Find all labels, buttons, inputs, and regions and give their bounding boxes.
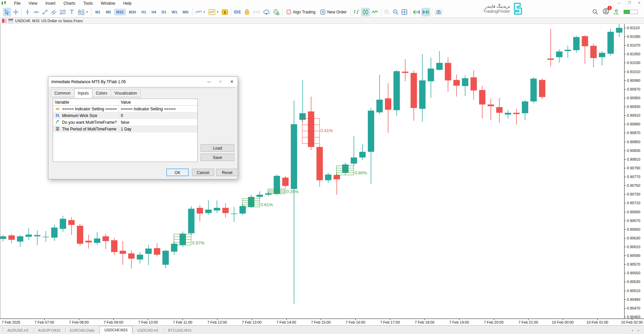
price-label: 0.90950 bbox=[627, 96, 640, 100]
candle-48 bbox=[411, 70, 417, 121]
variable-value[interactable]: ===== Indicator Setting ===== bbox=[119, 107, 197, 111]
signal-button[interactable] bbox=[252, 8, 261, 16]
variable-value[interactable]: false bbox=[119, 120, 197, 125]
profile-button[interactable]: 1 bbox=[603, 8, 609, 16]
table-row[interactable]: The Period of MultiTimeFrame1 Day bbox=[53, 126, 197, 132]
cursor-icon bbox=[4, 9, 10, 15]
menu-tools[interactable]: Tools bbox=[80, 0, 97, 6]
equidistant-button[interactable] bbox=[58, 8, 67, 16]
dialog-tab-colors[interactable]: Colors bbox=[92, 89, 111, 97]
table-row[interactable]: ab===== Indicator Setting ========== Ind… bbox=[53, 106, 197, 112]
cancel-button[interactable]: Cancel bbox=[192, 169, 214, 176]
line-chart-type-button[interactable]: ▼ bbox=[194, 8, 206, 16]
ide-button[interactable]: IDE bbox=[233, 8, 242, 16]
dialog-close-button[interactable]: ✕ bbox=[226, 77, 238, 87]
timeframe-m5[interactable]: M5 bbox=[103, 9, 113, 15]
level-indicator[interactable]: LVL bbox=[614, 9, 619, 15]
timeframe-m30[interactable]: M30 bbox=[127, 9, 138, 15]
dollar-button[interactable]: $ bbox=[220, 8, 229, 16]
tab-scroll-arrows[interactable]: ◂ ▸ bbox=[631, 329, 641, 332]
search-icon[interactable] bbox=[592, 9, 598, 15]
dialog-maximize-button[interactable]: □ bbox=[215, 77, 226, 87]
menu-file[interactable]: File bbox=[10, 0, 24, 6]
new-order-button[interactable]: New Order bbox=[318, 8, 349, 16]
chart-tab-audusd[interactable]: AUDUSD,H1 bbox=[3, 327, 34, 334]
template-button[interactable]: ▼ bbox=[207, 8, 220, 16]
mt5-logo-icon bbox=[1, 1, 7, 5]
dialog-title-bar[interactable]: Immediate Rebalance MT5 By TFlab 1.05 — … bbox=[48, 77, 238, 87]
timeframe-mn[interactable]: MN bbox=[180, 9, 191, 15]
rebalance-zone-0.25%: 0.25% bbox=[268, 189, 299, 194]
tile-windows-icon bbox=[401, 9, 407, 15]
zoomout-button[interactable] bbox=[392, 8, 400, 16]
cloud-icon bbox=[263, 9, 270, 15]
dialog-minimize-button[interactable]: — bbox=[203, 77, 215, 87]
tile-windows-button[interactable] bbox=[400, 8, 408, 16]
save-button[interactable]: Save bbox=[201, 154, 234, 161]
column-header-value: Value bbox=[119, 100, 197, 105]
channel-button[interactable] bbox=[50, 8, 58, 16]
candle-44 bbox=[377, 75, 383, 114]
hline-button[interactable] bbox=[32, 8, 40, 16]
price-label: 0.91050 bbox=[627, 52, 640, 56]
vline-button[interactable] bbox=[23, 8, 32, 16]
window-controls: — ❐ ✕ bbox=[616, 0, 642, 6]
chart-tab-usdcad[interactable]: USDCAD,H1 bbox=[133, 327, 163, 334]
algo-trading-button[interactable]: Algo Trading bbox=[284, 8, 318, 15]
candles-toggle-button[interactable] bbox=[361, 8, 370, 16]
candle-14 bbox=[120, 241, 126, 265]
table-row[interactable]: 01Minimum Wick Size0 bbox=[53, 112, 197, 119]
candle-6 bbox=[51, 224, 58, 241]
ok-button[interactable]: OK bbox=[166, 169, 189, 176]
dialog-tab-visualization[interactable]: Visualization bbox=[111, 89, 141, 97]
window-minimize-button[interactable]: — bbox=[616, 0, 622, 6]
menu-help[interactable]: Help bbox=[119, 0, 136, 6]
timeframe-h1[interactable]: H1 bbox=[139, 9, 148, 15]
timeframe-m1[interactable]: M1 bbox=[93, 9, 103, 15]
candle-22 bbox=[188, 206, 195, 235]
zoomin-button[interactable] bbox=[383, 8, 391, 16]
load-button[interactable]: Load bbox=[201, 144, 234, 152]
variable-value[interactable]: 0 bbox=[119, 113, 197, 118]
timeframe-m15[interactable]: M15 bbox=[114, 9, 126, 15]
menu-window[interactable]: Window bbox=[97, 0, 119, 6]
cloud-button[interactable] bbox=[262, 8, 271, 16]
time-axis[interactable]: 7 Feb 20257 Feb 07:007 Feb 08:007 Feb 09… bbox=[0, 319, 644, 325]
crosshair-icon bbox=[13, 9, 19, 15]
timeframe-h4[interactable]: H4 bbox=[149, 9, 158, 15]
market-button[interactable] bbox=[243, 8, 251, 16]
cursor-button[interactable] bbox=[3, 8, 11, 16]
chart-tab-eurcad[interactable]: EURCAD,Daily bbox=[65, 327, 99, 334]
new-order-label: New Order bbox=[327, 10, 347, 14]
menu-view[interactable]: View bbox=[24, 0, 41, 6]
chartshift-button[interactable] bbox=[422, 8, 430, 16]
table-row[interactable]: Do you want MultiTimeFrame?false bbox=[53, 119, 197, 126]
menu-insert[interactable]: Insert bbox=[41, 0, 59, 6]
bars-toggle-button[interactable]: 1 bbox=[352, 8, 360, 16]
camera-button[interactable] bbox=[434, 8, 443, 16]
dialog-tab-inputs[interactable]: Inputs bbox=[74, 89, 93, 98]
trendline-button[interactable] bbox=[41, 8, 49, 16]
window-maximize-button[interactable]: ❐ bbox=[627, 0, 632, 6]
dialog-resize-grip[interactable]: ∙∙ ∙ bbox=[234, 175, 237, 178]
community-button[interactable] bbox=[272, 8, 281, 16]
line-toggle-button[interactable] bbox=[370, 8, 379, 16]
chart-tab-usdchf[interactable]: USDCHF,M15 bbox=[99, 326, 133, 334]
variable-value[interactable]: 1 Day bbox=[119, 127, 197, 131]
price-axis[interactable]: 0.911100.910900.910700.910500.910300.910… bbox=[624, 24, 644, 319]
chart-tab-btcusd[interactable]: BTCUSD,M15 bbox=[163, 327, 196, 334]
chart-tab-audjpy[interactable]: AUDJPY,M15 bbox=[34, 327, 65, 334]
time-tick bbox=[217, 319, 217, 320]
candle-45 bbox=[385, 83, 391, 133]
crosshair-button[interactable] bbox=[12, 8, 20, 16]
time-label: 7 Feb 18:00 bbox=[415, 320, 435, 324]
window-close-button[interactable]: ✕ bbox=[637, 0, 642, 6]
shapes-button[interactable]: ▼ bbox=[77, 8, 89, 16]
menu-charts[interactable]: Charts bbox=[59, 0, 79, 6]
timeframe-w1[interactable]: W1 bbox=[169, 9, 180, 15]
text-button[interactable] bbox=[68, 8, 76, 16]
price-label: 0.90770 bbox=[627, 175, 640, 179]
dialog-tab-common[interactable]: Common bbox=[51, 89, 75, 97]
timeframe-d1[interactable]: D1 bbox=[159, 9, 168, 15]
autoscroll-button[interactable] bbox=[412, 8, 421, 16]
